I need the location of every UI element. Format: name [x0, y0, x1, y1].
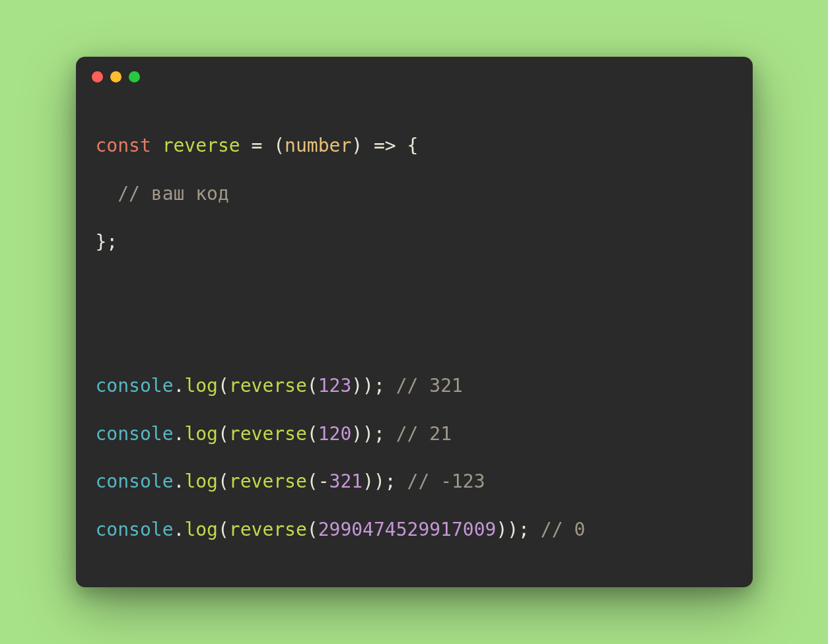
- code-call-line: console.log(reverse(-321)); // -123: [96, 470, 485, 492]
- log-method: log: [184, 470, 218, 492]
- output-comment: // -123: [407, 470, 485, 492]
- parameter-name: number: [285, 135, 351, 156]
- code-call-line: console.log(reverse(120)); // 21: [96, 423, 452, 445]
- code-line-2: // ваш код: [96, 183, 229, 205]
- comment-placeholder: // ваш код: [118, 183, 229, 205]
- code-call-line: console.log(reverse(123)); // 321: [96, 375, 463, 397]
- reverse-call: reverse: [229, 519, 307, 540]
- code-block: const reverse = (number) => { // ваш код…: [76, 82, 753, 587]
- equals-sign: =: [252, 135, 263, 156]
- reverse-call: reverse: [229, 470, 307, 492]
- window-titlebar: [76, 57, 753, 82]
- console-ident: console: [96, 519, 174, 540]
- close-icon[interactable]: [92, 71, 103, 82]
- reverse-call: reverse: [229, 423, 307, 445]
- code-window: const reverse = (number) => { // ваш код…: [76, 57, 753, 587]
- left-paren: (: [273, 135, 285, 156]
- log-method: log: [184, 375, 218, 397]
- minimize-icon[interactable]: [110, 71, 121, 82]
- minus-sign: -: [318, 470, 329, 492]
- log-method: log: [184, 423, 218, 445]
- arrow-token: =>: [374, 135, 396, 156]
- keyword-const: const: [96, 135, 151, 156]
- output-comment: // 321: [396, 375, 463, 397]
- number-literal: 123: [318, 375, 352, 397]
- code-line-1: const reverse = (number) => {: [96, 135, 419, 156]
- maximize-icon[interactable]: [129, 71, 140, 82]
- number-literal: 321: [329, 470, 363, 492]
- function-name: reverse: [162, 135, 240, 156]
- number-literal: 120: [318, 423, 352, 445]
- right-brace-semi: };: [96, 231, 118, 253]
- code-call-line: console.log(reverse(2990474529917009)); …: [96, 519, 586, 540]
- reverse-call: reverse: [229, 375, 307, 397]
- left-brace: {: [407, 135, 419, 156]
- console-ident: console: [96, 470, 174, 492]
- output-comment: // 0: [541, 519, 585, 540]
- output-comment: // 21: [396, 423, 452, 445]
- code-line-3: };: [96, 231, 118, 253]
- console-ident: console: [96, 423, 174, 445]
- right-paren: ): [351, 135, 362, 156]
- console-ident: console: [96, 375, 174, 397]
- log-method: log: [184, 519, 218, 540]
- number-literal: 2990474529917009: [318, 519, 497, 540]
